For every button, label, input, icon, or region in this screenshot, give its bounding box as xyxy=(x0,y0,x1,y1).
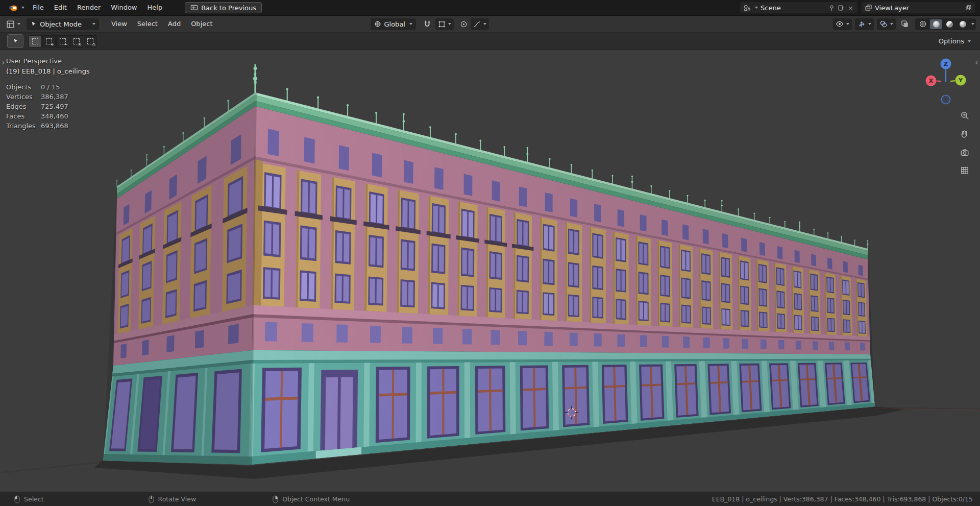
viewport-nav-rail xyxy=(960,110,970,176)
hint-context-menu: Object Context Menu xyxy=(273,495,350,503)
stat-row: Triangles693,868 xyxy=(6,121,68,131)
rendered-shading-icon xyxy=(960,21,966,28)
xray-icon xyxy=(901,20,909,28)
chevron-down-icon xyxy=(92,23,95,25)
blender-window: File Edit Render Window Help Back to Pre… xyxy=(0,0,980,506)
chevron-down-icon xyxy=(971,23,974,25)
visibility-dropdown[interactable] xyxy=(833,18,852,30)
options-dropdown[interactable]: Options xyxy=(939,37,973,45)
new-scene-icon[interactable] xyxy=(838,5,844,11)
chevron-down-icon xyxy=(890,23,893,25)
object-mode-icon xyxy=(30,20,37,28)
mouse-left-icon xyxy=(14,495,20,503)
mode-dropdown[interactable]: Object Mode xyxy=(27,18,99,30)
proportional-editing-toggle[interactable] xyxy=(458,18,470,30)
gizmo-y-label: Y xyxy=(958,77,963,84)
viewlayer-icon xyxy=(865,4,872,12)
menu-view[interactable]: View xyxy=(106,16,132,32)
wireframe-icon xyxy=(919,20,926,28)
active-tool-button[interactable] xyxy=(7,34,23,48)
camera-view-button[interactable] xyxy=(960,147,970,157)
snap-toggle[interactable] xyxy=(421,18,433,30)
eye-icon xyxy=(836,20,844,28)
hint-context-label: Object Context Menu xyxy=(282,495,350,503)
hint-select-label: Select xyxy=(24,495,44,503)
select-extend-button[interactable]: + xyxy=(42,35,56,47)
overlays-dropdown[interactable] xyxy=(877,18,896,30)
menu-render[interactable]: Render xyxy=(72,0,106,15)
magnet-icon xyxy=(423,20,431,28)
chevron-down-icon xyxy=(483,23,486,25)
viewport-3d[interactable]: › ‹ User Perspective (19) EEB_018 | o_ce… xyxy=(0,50,980,492)
perspective-toggle-button[interactable] xyxy=(960,165,970,176)
menu-edit[interactable]: Edit xyxy=(49,0,72,15)
stat-row: Edges725,497 xyxy=(6,102,68,111)
hint-select: Select xyxy=(14,495,44,503)
shading-wireframe-button[interactable] xyxy=(917,19,929,29)
blender-app-menu[interactable] xyxy=(5,3,28,13)
proportional-falloff-dropdown[interactable] xyxy=(471,18,489,30)
gizmo-z-label: Z xyxy=(944,61,948,67)
gizmos-dropdown[interactable] xyxy=(855,18,874,30)
chevron-down-icon xyxy=(448,23,451,25)
scene-selector[interactable]: Scene × xyxy=(740,2,857,13)
select-set-button[interactable] xyxy=(29,35,42,47)
statistics-table: Objects0 / 15 Vertices386,387 Edges725,4… xyxy=(6,82,68,131)
menu-add[interactable]: Add xyxy=(163,16,186,32)
menu-object[interactable]: Object xyxy=(186,16,217,32)
menu-help[interactable]: Help xyxy=(142,0,168,15)
shading-rendered-button[interactable] xyxy=(957,19,969,29)
shading-solid-button[interactable] xyxy=(930,19,942,29)
chevron-down-icon xyxy=(868,23,871,25)
mouse-right-icon xyxy=(273,495,278,503)
chevron-down-icon xyxy=(409,23,412,25)
stat-row: Objects0 / 15 xyxy=(6,82,68,92)
mode-label: Object Mode xyxy=(40,20,88,28)
editor-type-button[interactable] xyxy=(4,18,22,30)
select-intersect-button[interactable]: ∩ xyxy=(84,35,97,47)
toolbar-panel-toggle[interactable]: › xyxy=(2,58,5,67)
blender-logo-icon xyxy=(8,3,18,13)
gizmo-z-negative-axis[interactable] xyxy=(942,95,950,104)
scene-icon xyxy=(743,4,751,12)
menu-select[interactable]: Select xyxy=(132,16,163,32)
viewlayer-selector[interactable]: ViewLayer xyxy=(862,2,975,13)
new-viewlayer-icon[interactable] xyxy=(965,5,972,11)
proportional-editing-icon xyxy=(460,20,468,28)
pin-icon[interactable] xyxy=(828,5,835,11)
menu-file[interactable]: File xyxy=(28,0,49,15)
falloff-curve-icon xyxy=(473,20,481,28)
chevron-down-icon xyxy=(968,40,971,42)
orientation-global-icon xyxy=(374,20,381,28)
select-invert-button[interactable]: × xyxy=(70,35,83,47)
topbar: File Edit Render Window Help Back to Pre… xyxy=(0,0,980,16)
back-to-previous-button[interactable]: Back to Previous xyxy=(185,2,262,13)
stat-row: Faces348,460 xyxy=(6,111,68,121)
scene-statistics-info: EEB_018 | o_ceilings | Verts:386,387 | F… xyxy=(712,495,973,503)
zoom-button[interactable] xyxy=(960,110,970,121)
xray-toggle[interactable] xyxy=(899,18,911,30)
stat-row: Vertices386,387 xyxy=(6,92,68,102)
editor-type-icon xyxy=(6,20,15,29)
material-preview-icon xyxy=(946,21,953,28)
hint-rotate-view: Rotate View xyxy=(149,495,197,503)
menu-window[interactable]: Window xyxy=(106,0,142,15)
active-object-label: (19) EEB_018 | o_ceilings xyxy=(6,67,90,75)
transform-orientation-dropdown[interactable]: Global xyxy=(371,18,415,30)
building-model xyxy=(94,64,906,479)
scene-canvas[interactable] xyxy=(0,50,980,492)
select-subtract-button[interactable]: − xyxy=(56,35,69,47)
hint-rotate-label: Rotate View xyxy=(158,495,197,503)
unlink-scene-icon[interactable]: × xyxy=(847,4,854,12)
gizmo-x-label: X xyxy=(929,78,934,84)
snap-target-dropdown[interactable] xyxy=(435,18,454,30)
shading-material-button[interactable] xyxy=(943,19,955,29)
back-button-label: Back to Previous xyxy=(201,4,256,12)
navigation-gizmo[interactable]: Z X Y xyxy=(923,52,969,107)
sidebar-panel-toggle[interactable]: ‹ xyxy=(975,58,978,67)
pan-button[interactable] xyxy=(960,129,970,139)
select-tool-cursor-icon xyxy=(12,37,19,45)
orientation-label: Global xyxy=(384,20,405,28)
tool-header: + − × ∩ Options xyxy=(0,33,980,50)
chevron-down-icon xyxy=(21,7,24,9)
